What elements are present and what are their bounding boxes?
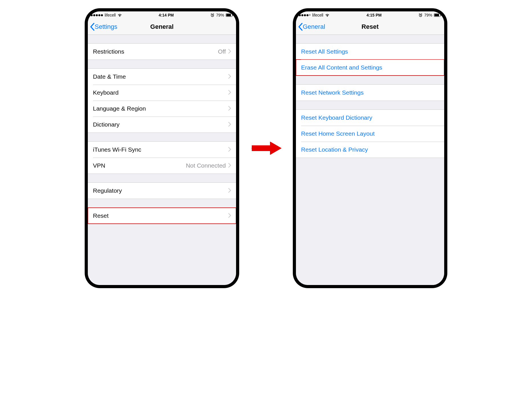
back-label: General bbox=[303, 23, 325, 30]
status-bar: lifecell 4:14 PM 79% bbox=[88, 11, 236, 19]
row-label: Reset Keyboard Dictionary bbox=[301, 114, 439, 121]
svg-rect-8 bbox=[440, 15, 441, 16]
settings-list[interactable]: RestrictionsOffDate & TimeKeyboardLangua… bbox=[88, 35, 236, 285]
row-reset-home-screen-layout[interactable]: Reset Home Screen Layout bbox=[296, 126, 444, 142]
chevron-left-icon bbox=[298, 23, 303, 31]
alarm-icon bbox=[419, 13, 423, 17]
row-dictionary[interactable]: Dictionary bbox=[88, 117, 236, 133]
alarm-icon bbox=[210, 13, 214, 17]
back-button[interactable]: General bbox=[298, 23, 325, 31]
battery-icon bbox=[226, 13, 233, 17]
reset-list[interactable]: Reset All SettingsErase All Content and … bbox=[296, 35, 444, 285]
chevron-right-icon bbox=[228, 212, 231, 219]
row-label: Keyboard bbox=[93, 89, 228, 96]
chevron-right-icon bbox=[228, 48, 231, 55]
back-label: Settings bbox=[95, 23, 117, 30]
carrier-label: lifecell bbox=[105, 13, 116, 17]
row-language-region[interactable]: Language & Region bbox=[88, 101, 236, 117]
carrier-label: lifecell bbox=[312, 13, 323, 17]
chevron-right-icon bbox=[228, 162, 231, 169]
battery-percent: 79% bbox=[216, 13, 224, 17]
row-reset-network-settings[interactable]: Reset Network Settings bbox=[296, 85, 444, 101]
status-time: 4:14 PM bbox=[159, 13, 174, 17]
row-label: Reset Home Screen Layout bbox=[301, 130, 439, 137]
row-label: iTunes Wi-Fi Sync bbox=[93, 146, 228, 153]
row-label: Language & Region bbox=[93, 105, 228, 112]
battery-percent: 79% bbox=[424, 13, 432, 17]
status-bar: lifecell 4:15 PM 79% bbox=[296, 11, 444, 19]
row-label: Regulatory bbox=[93, 187, 228, 194]
row-label: Erase All Content and Settings bbox=[301, 64, 439, 71]
row-regulatory[interactable]: Regulatory bbox=[88, 183, 236, 199]
row-value: Not Connected bbox=[186, 162, 226, 169]
chevron-right-icon bbox=[228, 73, 231, 80]
row-label: Reset Network Settings bbox=[301, 89, 439, 96]
phone-right: lifecell 4:15 PM 79% General Reset Reset… bbox=[293, 9, 447, 288]
row-value: Off bbox=[218, 48, 226, 55]
row-reset-all-settings[interactable]: Reset All Settings bbox=[296, 44, 444, 60]
row-itunes-wi-fi-sync[interactable]: iTunes Wi-Fi Sync bbox=[88, 142, 236, 158]
row-label: Restrictions bbox=[93, 48, 218, 55]
row-restrictions[interactable]: RestrictionsOff bbox=[88, 44, 236, 60]
row-vpn[interactable]: VPNNot Connected bbox=[88, 158, 236, 174]
row-keyboard[interactable]: Keyboard bbox=[88, 85, 236, 101]
row-reset[interactable]: Reset bbox=[88, 208, 236, 224]
chevron-right-icon bbox=[228, 121, 231, 128]
phone-left: lifecell 4:14 PM 79% Settings General Re… bbox=[85, 9, 239, 288]
row-date-time[interactable]: Date & Time bbox=[88, 69, 236, 85]
row-label: Date & Time bbox=[93, 73, 228, 80]
wifi-icon bbox=[325, 13, 330, 17]
svg-rect-7 bbox=[434, 14, 439, 16]
chevron-left-icon bbox=[90, 23, 95, 31]
battery-icon bbox=[434, 13, 441, 17]
nav-bar: Settings General bbox=[88, 19, 236, 35]
signal-dots-icon bbox=[91, 14, 103, 16]
nav-bar: General Reset bbox=[296, 19, 444, 35]
svg-rect-3 bbox=[232, 15, 233, 16]
row-label: Dictionary bbox=[93, 121, 228, 128]
status-time: 4:15 PM bbox=[366, 13, 381, 17]
row-label: VPN bbox=[93, 162, 186, 169]
signal-dots-icon bbox=[299, 14, 310, 16]
back-button[interactable]: Settings bbox=[90, 23, 117, 31]
row-label: Reset Location & Privacy bbox=[301, 146, 439, 153]
chevron-right-icon bbox=[228, 89, 231, 96]
svg-rect-2 bbox=[226, 14, 231, 16]
row-label: Reset bbox=[93, 212, 228, 219]
svg-rect-4 bbox=[252, 145, 270, 151]
chevron-right-icon bbox=[228, 187, 231, 194]
row-reset-keyboard-dictionary[interactable]: Reset Keyboard Dictionary bbox=[296, 110, 444, 126]
chevron-right-icon bbox=[228, 105, 231, 112]
wifi-icon bbox=[117, 13, 122, 17]
row-reset-location-privacy[interactable]: Reset Location & Privacy bbox=[296, 142, 444, 158]
row-erase-all-content-and-settings[interactable]: Erase All Content and Settings bbox=[296, 60, 444, 76]
chevron-right-icon bbox=[228, 146, 231, 153]
arrow-icon bbox=[250, 137, 282, 160]
row-label: Reset All Settings bbox=[301, 48, 439, 55]
